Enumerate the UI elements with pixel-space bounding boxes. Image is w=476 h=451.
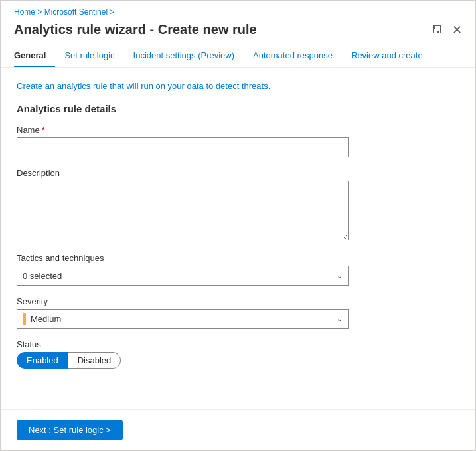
next-button[interactable]: Next : Set rule logic > bbox=[17, 420, 123, 440]
footer: Next : Set rule logic > bbox=[1, 409, 475, 450]
status-toggle-group: Enabled Disabled bbox=[17, 352, 459, 369]
tactics-value: 0 selected bbox=[23, 271, 62, 281]
tab-bar: General Set rule logic Incident settings… bbox=[1, 45, 475, 68]
severity-field-group: Severity Medium ⌄ bbox=[17, 296, 459, 329]
severity-chevron-icon: ⌄ bbox=[337, 315, 343, 323]
name-required-star: * bbox=[42, 125, 45, 135]
status-field-group: Status Enabled Disabled bbox=[17, 339, 459, 369]
severity-value: Medium bbox=[31, 314, 61, 324]
severity-left: Medium bbox=[23, 313, 61, 325]
tactics-chevron-icon: ⌄ bbox=[337, 272, 343, 280]
title-row: Analytics rule wizard - Create new rule … bbox=[1, 19, 475, 45]
breadcrumb-sentinel[interactable]: Microsoft Sentinel bbox=[44, 7, 108, 17]
severity-label: Severity bbox=[17, 296, 459, 306]
tab-review-and-create[interactable]: Review and create bbox=[342, 45, 432, 67]
tab-incident-settings[interactable]: Incident settings (Preview) bbox=[124, 45, 244, 67]
tab-general[interactable]: General bbox=[14, 45, 55, 67]
breadcrumb: Home > Microsoft Sentinel > bbox=[1, 1, 475, 19]
analytics-rule-wizard: Home > Microsoft Sentinel > Analytics ru… bbox=[0, 0, 476, 451]
description-label: Description bbox=[17, 168, 459, 178]
name-label: Name * bbox=[17, 125, 459, 135]
name-input[interactable] bbox=[17, 137, 349, 157]
tactics-label: Tactics and techniques bbox=[17, 253, 459, 263]
status-enabled-button[interactable]: Enabled bbox=[17, 352, 68, 369]
breadcrumb-sep1: > bbox=[37, 7, 44, 17]
name-field-group: Name * bbox=[17, 125, 459, 157]
section-title: Analytics rule details bbox=[17, 103, 459, 114]
severity-dropdown[interactable]: Medium ⌄ bbox=[17, 309, 349, 329]
status-disabled-button[interactable]: Disabled bbox=[68, 352, 121, 369]
tactics-field-group: Tactics and techniques 0 selected ⌄ bbox=[17, 253, 459, 286]
description-textarea[interactable] bbox=[17, 181, 349, 240]
severity-indicator bbox=[23, 313, 26, 325]
content-area: Create an analytics rule that will run o… bbox=[1, 68, 475, 409]
status-label: Status bbox=[17, 339, 459, 349]
description-field-group: Description bbox=[17, 168, 459, 242]
tactics-dropdown[interactable]: 0 selected ⌄ bbox=[17, 266, 349, 286]
page-title: Analytics rule wizard - Create new rule bbox=[14, 22, 422, 37]
breadcrumb-home[interactable]: Home bbox=[14, 7, 35, 17]
info-text: Create an analytics rule that will run o… bbox=[17, 81, 459, 91]
tab-automated-response[interactable]: Automated response bbox=[244, 45, 342, 67]
breadcrumb-sep2: > bbox=[110, 7, 114, 17]
save-icon[interactable]: 🖫 bbox=[428, 23, 445, 37]
close-button[interactable]: ✕ bbox=[452, 23, 462, 37]
tab-set-rule-logic[interactable]: Set rule logic bbox=[55, 45, 123, 67]
